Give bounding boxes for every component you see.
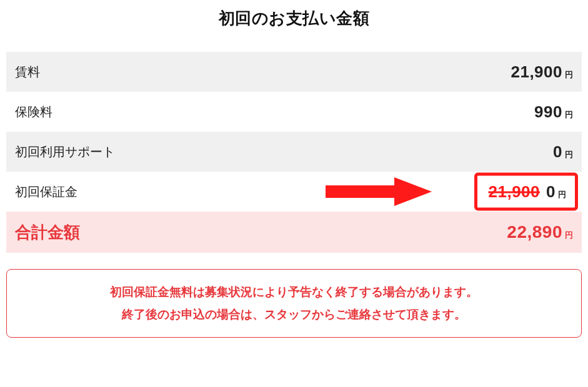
insurance-unit: 円 bbox=[564, 109, 573, 120]
total-label: 合計金額 bbox=[15, 222, 80, 243]
deposit-unit: 円 bbox=[557, 189, 566, 200]
notice-box: 初回保証金無料は募集状況により予告なく終了する場合があります。 終了後のお申込の… bbox=[6, 269, 582, 338]
page-title: 初回のお支払い金額 bbox=[6, 0, 582, 52]
emphasis-arrow-icon bbox=[326, 176, 432, 207]
insurance-value: 990 bbox=[534, 102, 562, 122]
row-deposit: 初回保証金 21,900 0 円 bbox=[6, 172, 582, 212]
support-value-wrap: 0 円 bbox=[553, 142, 573, 162]
rent-label: 賃料 bbox=[15, 64, 40, 81]
notice-line-1: 初回保証金無料は募集状況により予告なく終了する場合があります。 bbox=[13, 281, 575, 303]
rent-value-wrap: 21,900 円 bbox=[511, 62, 573, 82]
deposit-old-value: 21,900 bbox=[489, 182, 541, 202]
support-unit: 円 bbox=[564, 149, 573, 160]
insurance-label: 保険料 bbox=[15, 104, 52, 120]
rent-value: 21,900 bbox=[511, 62, 562, 82]
row-rent: 賃料 21,900 円 bbox=[6, 52, 582, 92]
support-value: 0 bbox=[553, 142, 562, 162]
support-label: 初回利用サポート bbox=[15, 144, 115, 160]
row-support: 初回利用サポート 0 円 bbox=[6, 132, 582, 172]
insurance-value-wrap: 990 円 bbox=[534, 102, 573, 122]
rent-unit: 円 bbox=[564, 69, 573, 81]
row-total: 合計金額 22,890 円 bbox=[6, 212, 582, 253]
deposit-value-wrap: 0 円 bbox=[546, 182, 566, 202]
svg-marker-0 bbox=[326, 177, 432, 206]
deposit-value: 0 bbox=[546, 182, 556, 202]
total-unit: 円 bbox=[564, 230, 573, 241]
deposit-highlight-box: 21,900 0 円 bbox=[474, 173, 579, 211]
row-insurance: 保険料 990 円 bbox=[6, 92, 582, 132]
total-value: 22,890 bbox=[507, 222, 562, 242]
notice-line-2: 終了後のお申込の場合は、スタッフからご連絡させて頂きます。 bbox=[13, 303, 575, 326]
total-value-wrap: 22,890 円 bbox=[507, 222, 573, 242]
deposit-label: 初回保証金 bbox=[15, 184, 77, 200]
